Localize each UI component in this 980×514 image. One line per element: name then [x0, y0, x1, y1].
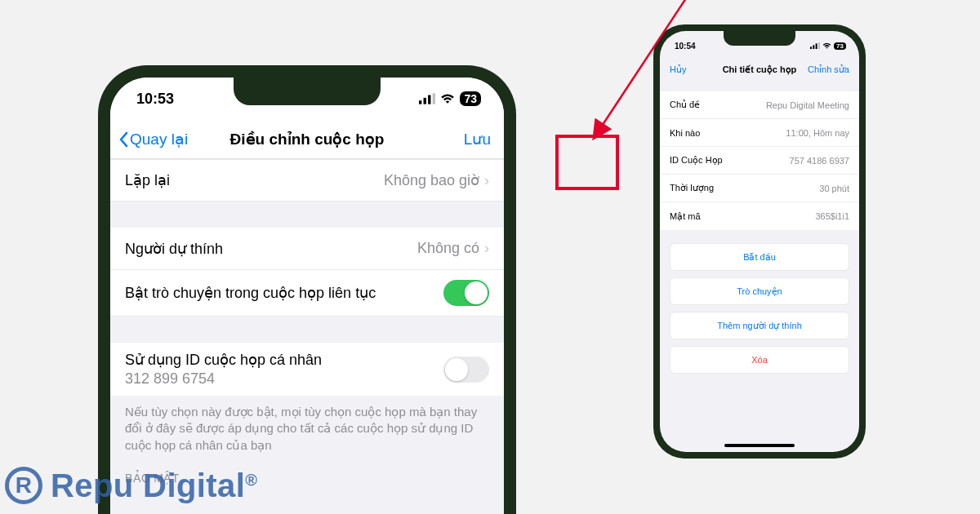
- repeat-value: Không bao giờ ›: [384, 171, 489, 189]
- delete-button[interactable]: Xóa: [670, 346, 849, 374]
- passcode-label: Mật mã: [670, 211, 701, 222]
- section-gap: [110, 202, 504, 228]
- attendees-row[interactable]: Người dự thính Không có ›: [110, 228, 504, 270]
- save-button[interactable]: Lưu: [464, 130, 491, 148]
- nav-bar: Hủy Chi tiết cuộc họp Chỉnh sửa: [660, 57, 859, 82]
- pmi-toggle[interactable]: [443, 357, 489, 383]
- passcode-row: Mật mã 365$i1i1: [660, 202, 859, 230]
- attendees-value-text: Không có: [417, 240, 479, 257]
- phone-mock-right: 10:54 73 Hủy Chi tiết cuộc họp Chỉnh sửa…: [653, 24, 866, 459]
- battery-icon: 73: [834, 42, 846, 50]
- page-title: Chi tiết cuộc họp: [723, 64, 797, 75]
- cellular-icon: [419, 93, 435, 104]
- chat-toggle[interactable]: [443, 280, 489, 306]
- chevron-right-icon: ›: [484, 172, 489, 189]
- page-title: Điều chỉnh cuộc họp: [230, 130, 385, 148]
- spacer: [660, 82, 859, 91]
- nav-bar: Quay lại Điều chỉnh cuộc họp Lưu: [110, 120, 504, 159]
- duration-label: Thời lượng: [670, 183, 714, 193]
- attendees-label: Người dự thính: [125, 240, 223, 258]
- edit-button[interactable]: Chỉnh sửa: [808, 64, 849, 75]
- repeat-label: Lặp lại: [125, 171, 170, 189]
- battery-icon: 73: [460, 91, 481, 106]
- home-indicator: [724, 444, 795, 447]
- pmi-note: Nếu tùy chọn này được bật, mọi tùy chọn …: [110, 396, 504, 460]
- wifi-icon: [822, 42, 831, 49]
- notch: [724, 31, 795, 46]
- svg-rect-0: [419, 100, 421, 104]
- svg-rect-5: [813, 45, 814, 49]
- topic-value: Repu Digital Meeting: [766, 100, 849, 110]
- phone-mock-left: 10:53 73 Quay lại Điều chỉnh cuộc họp Lư…: [98, 65, 516, 514]
- watermark: R Repu Digital®: [0, 467, 257, 504]
- attendees-value: Không có ›: [417, 240, 489, 257]
- section-gap: [110, 317, 504, 343]
- toggle-knob: [445, 358, 468, 381]
- status-indicators: 73: [810, 42, 846, 50]
- passcode-value: 365$i1i1: [815, 211, 849, 221]
- svg-rect-3: [433, 93, 435, 104]
- pmi-id: 312 899 6754: [125, 370, 322, 388]
- status-time: 10:54: [675, 42, 696, 51]
- notch: [234, 78, 381, 105]
- meeting-id-row: ID Cuộc Họp 757 4186 6937: [660, 147, 859, 175]
- duration-value: 30 phút: [819, 184, 849, 193]
- phone-screen-right: 10:54 73 Hủy Chi tiết cuộc họp Chỉnh sửa…: [660, 31, 859, 452]
- annotation-highlight: [555, 135, 619, 190]
- repeat-value-text: Không bao giờ: [384, 171, 479, 189]
- back-label: Quay lại: [130, 130, 188, 148]
- pmi-label: Sử dụng ID cuộc họp cá nhân: [125, 351, 322, 369]
- wifi-icon: [440, 93, 455, 104]
- repeat-row[interactable]: Lặp lại Không bao giờ ›: [110, 159, 504, 202]
- chevron-right-icon: ›: [484, 240, 489, 257]
- svg-rect-4: [810, 47, 812, 49]
- when-label: Khi nào: [670, 128, 700, 138]
- when-row: Khi nào 11:00, Hôm nay: [660, 119, 859, 147]
- logo-icon: R: [5, 467, 42, 504]
- add-attendees-button[interactable]: Thêm người dự thính: [670, 312, 849, 339]
- chat-label: Bật trò chuyện trong cuộc họp liên tục: [125, 284, 376, 302]
- topic-label: Chủ đề: [670, 100, 700, 110]
- when-value: 11:00, Hôm nay: [786, 128, 849, 138]
- pmi-text: Sử dụng ID cuộc họp cá nhân 312 899 6754: [125, 351, 322, 388]
- start-button[interactable]: Bắt đầu: [670, 243, 849, 271]
- cellular-icon: [810, 42, 820, 49]
- svg-rect-7: [818, 42, 820, 49]
- phone-screen-left: 10:53 73 Quay lại Điều chỉnh cuộc họp Lư…: [110, 78, 504, 514]
- persistent-chat-row: Bật trò chuyện trong cuộc họp liên tục: [110, 270, 504, 317]
- svg-rect-6: [816, 43, 817, 49]
- svg-rect-2: [429, 95, 431, 104]
- chevron-left-icon: [118, 131, 128, 148]
- pmi-row: Sử dụng ID cuộc họp cá nhân 312 899 6754: [110, 343, 504, 396]
- watermark-text: Repu Digital®: [51, 467, 257, 504]
- id-value: 757 4186 6937: [790, 156, 849, 166]
- cancel-button[interactable]: Hủy: [670, 64, 686, 75]
- back-button[interactable]: Quay lại: [118, 130, 188, 148]
- svg-rect-1: [424, 98, 426, 104]
- status-time: 10:53: [136, 91, 174, 108]
- toggle-knob: [465, 281, 488, 304]
- chat-button[interactable]: Trò chuyện: [670, 277, 849, 305]
- duration-row: Thời lượng 30 phút: [660, 175, 859, 202]
- topic-row: Chủ đề Repu Digital Meeting: [660, 91, 859, 119]
- status-indicators: 73: [419, 91, 481, 106]
- id-label: ID Cuộc Họp: [670, 155, 723, 166]
